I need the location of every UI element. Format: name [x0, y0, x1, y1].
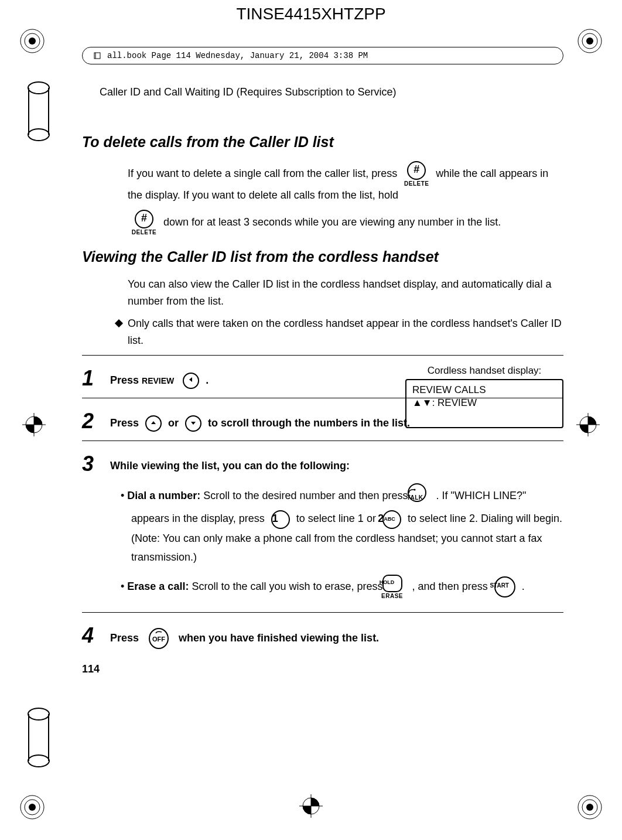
lcd-line-2: ▲▼: REVIEW	[412, 397, 556, 409]
step-4-post: when you have finished viewing the list.	[179, 632, 379, 644]
delete-para-c: down for at least 3 seconds while you ar…	[163, 216, 501, 228]
diamond-bullet-icon	[115, 319, 123, 327]
svg-marker-32	[151, 421, 156, 424]
hash-key-sublabel: DELETE	[404, 181, 429, 187]
delete-para-a: If you want to delete a single call from…	[128, 168, 400, 179]
dial-c: to select line 1 or	[296, 513, 379, 524]
left-arrow-key-icon	[183, 373, 199, 389]
registration-mark-bottom-left	[19, 794, 45, 820]
erase-b: , and then press	[412, 581, 491, 592]
svg-point-2	[29, 37, 36, 45]
svg-point-25	[28, 708, 49, 720]
step-2-post: to scroll through the numbers in the lis…	[208, 417, 410, 429]
svg-point-35	[413, 489, 415, 491]
step-3: 3 While viewing the list, you can do the…	[82, 452, 563, 605]
crosshair-mark-left	[22, 413, 46, 436]
svg-point-22	[28, 129, 49, 141]
view-bullet: Only calls that were taken on the cordle…	[128, 317, 562, 346]
erase-sublabel: ERASE	[389, 593, 406, 599]
step-1-post: .	[206, 374, 209, 386]
erase-call-label: Erase a call:	[127, 581, 189, 592]
two-key-icon: 2ABC	[382, 510, 401, 529]
step-2: 2 Press or to scroll through the numbers…	[82, 409, 563, 433]
one-key-icon: 1	[271, 510, 290, 529]
svg-point-8	[29, 804, 36, 811]
off-key-icon: OFF	[145, 628, 172, 649]
review-key-label: REVIEW	[142, 374, 174, 388]
svg-point-34	[408, 491, 409, 493]
step-4-pre: Press	[110, 632, 142, 644]
svg-point-11	[586, 804, 593, 811]
svg-point-21	[28, 82, 49, 94]
talk-sublabel: TALK	[411, 495, 430, 501]
print-meta-bar: all.book Page 114 Wednesday, January 21,…	[82, 47, 563, 64]
page-number: 114	[82, 663, 563, 675]
lcd-line-1: REVIEW CALLS	[412, 384, 556, 397]
erase-a: Scroll to the call you wish to erase, pr…	[192, 581, 385, 592]
divider	[82, 355, 563, 356]
dial-a: Scroll to the desired number and then pr…	[203, 490, 411, 501]
crosshair-mark-bottom	[299, 794, 323, 818]
section-delete-title: To delete calls from the Caller ID list	[82, 134, 563, 151]
registration-mark-bottom-right	[577, 794, 603, 820]
section-delete-body: If you want to delete a single call from…	[128, 161, 563, 235]
hash-key-glyph-2: #	[135, 210, 153, 228]
hash-delete-key-icon-2: # DELETE	[131, 210, 157, 235]
divider	[82, 441, 563, 441]
hash-key-sublabel-2: DELETE	[131, 230, 157, 235]
document-code-header: TINSE4415XHTZPP	[0, 0, 622, 23]
svg-marker-31	[189, 377, 192, 382]
dial-number-label: Dial a number:	[127, 490, 200, 501]
start-key-icon: START	[494, 576, 515, 597]
up-arrow-key-icon	[145, 415, 162, 432]
step-3-number: 3	[82, 452, 110, 476]
step-1-number: 1	[82, 366, 110, 391]
hash-delete-key-icon: # DELETE	[404, 161, 429, 187]
page-content: Caller ID and Call Waiting ID (Requires …	[82, 79, 563, 787]
handset-display-caption: Cordless handset display:	[405, 365, 563, 377]
step-1-pre: Press	[110, 374, 142, 386]
step-3-lead: While viewing the list, you can do the f…	[110, 460, 350, 472]
step-1: 1 Press REVIEW . Cordless handset displa…	[82, 366, 563, 391]
book-icon	[93, 51, 102, 60]
svg-point-5	[586, 37, 593, 45]
print-meta-text: all.book Page 114 Wednesday, January 21,…	[107, 51, 368, 60]
view-p1: You can also view the Caller ID list in …	[128, 276, 563, 310]
talk-key-icon: TALK	[415, 483, 430, 509]
step-2-number: 2	[82, 409, 110, 433]
registration-mark-top-right	[577, 28, 603, 54]
step-2-pre: Press	[110, 417, 142, 429]
binder-ring-bottom	[15, 705, 50, 770]
section-view-body: You can also view the Caller ID list in …	[128, 276, 563, 349]
step-2-mid: or	[168, 417, 182, 429]
step-4: 4 Press OFF when you have finished viewi…	[82, 623, 563, 649]
svg-point-26	[28, 755, 49, 767]
step-4-number: 4	[82, 623, 110, 648]
running-head: Caller ID and Call Waiting ID (Requires …	[100, 86, 563, 98]
hash-key-glyph: #	[407, 161, 426, 180]
binder-ring-top	[15, 79, 50, 144]
crosshair-mark-right	[576, 413, 600, 436]
hold-erase-key-icon: HOLD ERASE	[389, 575, 406, 599]
svg-marker-33	[191, 422, 196, 425]
section-view-title: Viewing the Caller ID list from the cord…	[82, 248, 563, 265]
registration-mark-top-left	[19, 28, 45, 54]
down-arrow-key-icon	[185, 415, 201, 432]
erase-c: .	[522, 581, 525, 592]
divider	[82, 612, 563, 613]
